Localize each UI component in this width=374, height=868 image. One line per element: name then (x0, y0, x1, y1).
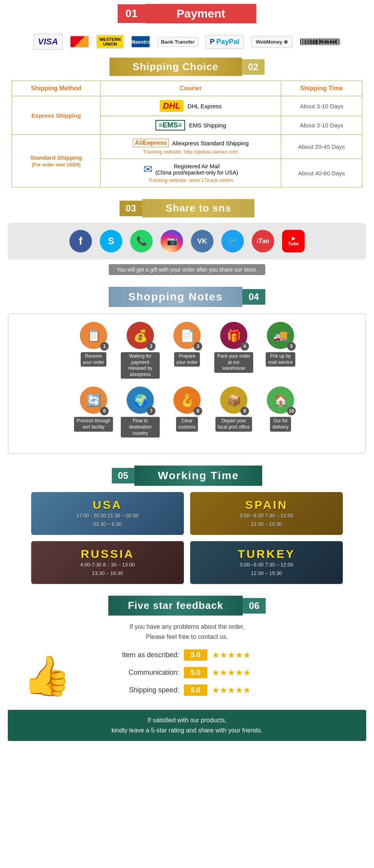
western-union-logo: WESTERNUNION (96, 35, 124, 49)
step7-label: Flow to destinationcountry (121, 417, 160, 438)
rating-row-communication: Communication: 5.0 ★★★★★ (101, 667, 366, 678)
usa-country: USA (76, 498, 139, 512)
post-courier: ✉ Registered Air Mail(China post/epacket… (101, 159, 281, 187)
paypal-logo: P PayPal (205, 35, 244, 49)
spain-times: 3:00– 6:30 7:30 – 12:0012:30 – 15:30 (240, 512, 293, 529)
thumbs-up-image: 👍 (8, 653, 86, 699)
step3-label: Prepareyour order (174, 352, 200, 367)
list-item: 🪝 8 Clearcustoms (168, 386, 206, 438)
feedback-subtitle: If you have any problems about the order… (8, 622, 366, 642)
facebook-icon[interactable]: f (69, 230, 92, 252)
step1-label: Receiveyour order (81, 352, 107, 367)
bank-transfer-logo: Bank Transfer (157, 37, 198, 47)
feedback-header: Five star feedback 06 (8, 596, 366, 616)
step9-num: 9 (240, 407, 249, 415)
ali-tracking: Tracking website: http://global.cainiao.… (105, 149, 276, 155)
working-grid: USA 17:00 - 20:30 21:30 – 02:0002:30 – 5… (31, 492, 343, 584)
step6-label: Process throughsort facility (74, 417, 113, 431)
step2-num: 2 (147, 342, 155, 351)
rating-row-shipping: Shipping speed: 5.0 ★★★★★ (101, 685, 366, 696)
list-item: 🔄 6 Process throughsort facility (74, 386, 113, 438)
webmoney-logo: WebMoney ⊕ (251, 36, 293, 48)
shipping-section-num: 02 (242, 59, 265, 75)
dhl-time: About 3-10 Days (281, 96, 362, 116)
rating-label-described: Item as described: (101, 651, 179, 659)
spain-country: SPAIN (240, 498, 293, 512)
rating-score-described: 5.0 (184, 649, 207, 661)
itao-icon[interactable]: iTao (252, 230, 274, 252)
feedback-section-title: Five star feedback (108, 596, 243, 616)
step2-label: Waiting for paymentreleased by alixepres… (121, 352, 160, 379)
russia-times: 4:00-7:30 8：30 – 13:0013:30 – 16:30 (80, 561, 135, 578)
dhl-courier: DHL DHL Express (101, 96, 281, 116)
turkey-country: TURKEY (238, 547, 295, 561)
rating-row-described: Item as described: 5.0 ★★★★★ (101, 649, 366, 661)
payment-section-num: 01 (118, 4, 145, 23)
ali-time: About 20-45 Days (281, 135, 362, 159)
table-row: Standard Shipping(For order over USD5) A… (12, 135, 362, 159)
payment-section-title: Payment (145, 4, 256, 23)
post-tracking: Tracking website: www.17track.net/en (105, 177, 276, 183)
whatsapp-icon[interactable]: 📞 (130, 230, 153, 252)
step8-label: Clearcustoms (176, 417, 198, 431)
col-courier: Courier (101, 81, 281, 96)
notes-container: 📋 1 Receiveyour order 💰 2 Waiting for pa… (8, 313, 366, 454)
spain-card: SPAIN 3:00– 6:30 7:30 – 12:0012:30 – 15:… (190, 492, 343, 535)
list-item: 🏠 10 Our fordelivery (261, 386, 300, 438)
footer-line2: kindly leave a 5-star rating and share w… (111, 727, 263, 734)
ems-logo: ≡EMS≡ (155, 120, 185, 131)
list-item: 🌍 7 Flow to destinationcountry (121, 386, 160, 438)
vk-icon[interactable]: VK (191, 230, 213, 252)
rating-score-shipping: 5.0 (184, 685, 207, 696)
list-item: 🎁 4 Pack your orderat our warehouse (214, 322, 253, 379)
twitter-icon[interactable]: 🐦 (221, 230, 244, 252)
share-header: 03 Share to sns (8, 199, 366, 217)
notes-row-2: 🔄 6 Process throughsort facility 🌍 7 Flo… (16, 386, 358, 438)
rating-label-shipping: Shipping speed: (101, 686, 179, 694)
list-item: 📋 1 Receiveyour order (74, 322, 113, 379)
working-section-title: Working Time (134, 466, 262, 486)
youtube-icon[interactable]: ▶Tube (282, 230, 305, 252)
col-method: Shipping Method (12, 81, 101, 96)
post-time: About 40-60 Days (281, 159, 362, 187)
step5-label: Pck up bymail service (266, 352, 295, 367)
social-icons-container: f S 📞 📷 VK 🐦 iTao ▶Tube (8, 223, 366, 259)
turkey-times: 3:00– 6:30 7:30 – 12:0012:30 – 15:30 (238, 561, 295, 578)
step9-label: Depart yourlocal post office (215, 417, 252, 431)
list-item: 💰 2 Waiting for paymentreleased by alixe… (121, 322, 160, 379)
rating-score-communication: 5.0 (184, 667, 207, 678)
shipping-section: Shipping Choice 02 Shipping Method Couri… (0, 58, 374, 195)
step4-label: Pack your orderat our warehouse (214, 352, 253, 373)
working-time-section: 05 Working Time USA 17:00 - 20:30 21:30 … (0, 462, 374, 592)
step10-label: Our fordelivery (270, 417, 291, 431)
boletol-logo: ||||||||| Boletol (300, 38, 340, 46)
feedback-section-num: 06 (243, 598, 266, 614)
skype-icon[interactable]: S (100, 230, 122, 252)
step4-num: 4 (240, 342, 249, 351)
shipping-header: Shipping Choice 02 (12, 58, 362, 76)
usa-times: 17:00 - 20:30 21:30 – 02:0002:30 – 5:30 (76, 512, 139, 529)
notes-row-1: 📋 1 Receiveyour order 💰 2 Waiting for pa… (16, 322, 358, 379)
working-section-num: 05 (112, 468, 135, 483)
rating-stars-described: ★★★★★ (212, 650, 251, 660)
turkey-card: TURKEY 3:00– 6:30 7:30 – 12:0012:30 – 15… (190, 541, 343, 584)
shipping-title: Shipping Choice (109, 58, 242, 76)
share-section-num: 03 (120, 201, 143, 216)
step7-num: 7 (147, 407, 155, 415)
notes-header: Shopping Notes 04 (8, 287, 366, 307)
instagram-icon[interactable]: 📷 (161, 230, 183, 252)
usa-card: USA 17:00 - 20:30 21:30 – 02:0002:30 – 5… (31, 492, 184, 535)
visa-logo: VISA (34, 34, 63, 50)
payment-section: 01 Payment VISA WESTERNUNION Maestro Ban… (0, 0, 374, 58)
list-item: 🚚 5 Pck up bymail service (261, 322, 300, 379)
maestro-logo: Maestro (131, 35, 150, 48)
feedback-content: 👍 Item as described: 5.0 ★★★★★ Communica… (8, 649, 366, 702)
notes-section-num: 04 (242, 289, 265, 305)
rating-stars-shipping: ★★★★★ (212, 685, 251, 695)
post-name: Registered Air Mail(China post/epacket-o… (155, 163, 238, 176)
post-logo: ✉ (143, 163, 152, 176)
russia-card: RUSSIA 4:00-7:30 8：30 – 13:0013:30 – 16:… (31, 541, 184, 584)
step1-num: 1 (100, 342, 109, 351)
step5-num: 5 (287, 342, 296, 351)
working-header: 05 Working Time (8, 466, 366, 486)
